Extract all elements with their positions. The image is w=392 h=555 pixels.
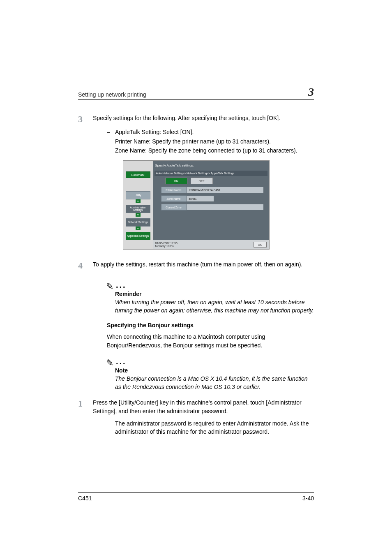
ui-printer-name-field[interactable]: KONICA MINOLTA C451 <box>187 187 263 193</box>
step-number-4: 4 <box>78 260 93 271</box>
ui-nav-appletalk[interactable]: AppleTalk Settings <box>126 232 150 240</box>
chevron-down-icon: ▾ <box>136 213 141 217</box>
ui-breadcrumb: Administrator Settings> Network Settings… <box>154 171 267 176</box>
step-4-text: To apply the settings, restart this mach… <box>93 260 314 271</box>
chevron-down-icon: ▾ <box>136 227 141 230</box>
ui-printer-name-label: Printer Name <box>161 187 187 193</box>
running-header: Setting up network printing <box>78 91 146 98</box>
pen-icon: ✎ <box>106 358 113 368</box>
chevron-down-icon: ▾ <box>136 199 141 203</box>
ui-current-zone-label: Current Zone <box>161 204 187 210</box>
ui-off-button[interactable]: OFF <box>191 178 213 184</box>
step3-item-2: Printer Name: Specify the printer name (… <box>115 137 314 146</box>
pen-icon: ✎ <box>106 282 113 291</box>
bonjour-heading: Specifying the Bonjour settings <box>107 322 314 328</box>
ui-zone-name-field[interactable]: zone1 <box>187 196 214 201</box>
step-1-text: Press the [Utility/Counter] key in this … <box>93 398 314 415</box>
reminder-body: When turning the power off, then on agai… <box>115 298 314 315</box>
ellipsis-icon: ... <box>116 357 127 366</box>
footer-page: 3-40 <box>302 495 314 502</box>
note-heading: Note <box>115 367 314 374</box>
note-body: The Bonjour connection is a Mac OS X 10.… <box>115 375 314 391</box>
embedded-screenshot: Specify AppleTalk settings. Bookmark Uti… <box>123 160 270 250</box>
ui-status-memory: Memory 100% <box>155 245 174 247</box>
ui-zone-name-label: Zone Name <box>161 195 187 202</box>
step3-item-3: Zone Name: Specify the zone being connec… <box>115 146 314 155</box>
ui-current-zone-field <box>187 204 263 210</box>
ui-nav-network[interactable]: Network Settings <box>126 218 150 227</box>
ui-bookmark-button[interactable]: Bookmark <box>126 171 150 178</box>
reminder-heading: Reminder <box>115 291 314 297</box>
step-number-3: 3 <box>78 114 93 125</box>
step3-item-1: AppleTalk Setting: Select [ON]. <box>115 128 314 136</box>
ui-status-date: 01/05/2007 17:55 <box>155 242 178 245</box>
step-number-1: 1 <box>78 398 93 415</box>
step1-item-1: The administrator password is required t… <box>115 419 314 436</box>
ellipsis-icon: ... <box>116 280 127 289</box>
ui-title: Specify AppleTalk settings. <box>155 164 194 167</box>
ui-ok-button[interactable]: OK <box>254 242 267 247</box>
ui-nav-utility[interactable]: Utility <box>126 191 150 199</box>
chapter-number: 3 <box>308 86 314 98</box>
step-3-text: Specify settings for the following. Afte… <box>93 114 314 125</box>
ui-nav-admin[interactable]: Administrator Settings <box>126 205 150 213</box>
bonjour-paragraph: When connecting this machine to a Macint… <box>107 333 314 349</box>
footer-model: C451 <box>78 495 92 502</box>
ui-on-button[interactable]: ON <box>165 178 187 184</box>
